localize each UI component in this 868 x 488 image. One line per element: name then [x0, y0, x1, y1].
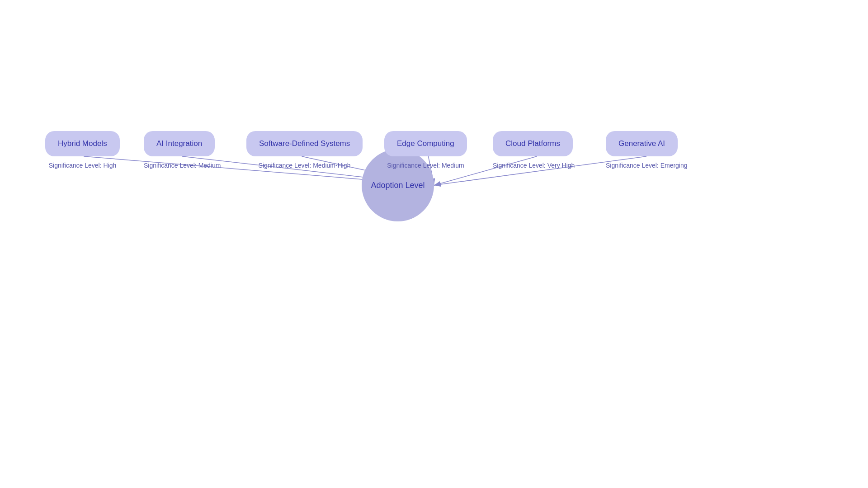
connections-svg: [0, 0, 868, 488]
significance-hybrid-models: Significance Level: High: [45, 162, 120, 169]
topic-node-cloud-platforms[interactable]: Cloud Platforms: [493, 131, 573, 156]
topic-node-edge-computing[interactable]: Edge Computing: [384, 131, 467, 156]
diagram-container: Adoption Level Hybrid ModelsSignificance…: [0, 0, 868, 488]
significance-software-defined: Significance Level: Medium-High: [246, 162, 363, 169]
topic-node-generative-ai[interactable]: Generative AI: [606, 131, 678, 156]
center-node[interactable]: Adoption Level: [362, 149, 434, 221]
svg-line-5: [434, 156, 537, 185]
center-node-label: Adoption Level: [371, 181, 425, 190]
svg-line-6: [434, 156, 646, 185]
topic-node-ai-integration[interactable]: AI Integration: [144, 131, 215, 156]
topic-node-hybrid-models[interactable]: Hybrid Models: [45, 131, 120, 156]
significance-cloud-platforms: Significance Level: Very High: [493, 162, 573, 169]
significance-ai-integration: Significance Level: Medium: [144, 162, 215, 169]
topic-node-software-defined[interactable]: Software-Defined Systems: [246, 131, 363, 156]
significance-generative-ai: Significance Level: Emerging: [606, 162, 678, 169]
significance-edge-computing: Significance Level: Medium: [384, 162, 467, 169]
